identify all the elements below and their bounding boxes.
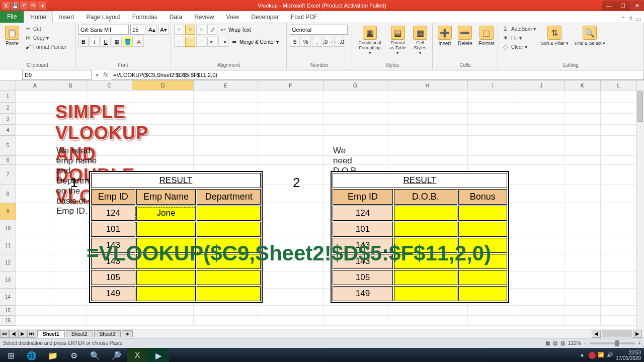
worksheet[interactable]: A B C D E F G H I J K L 1234567891011121… [0, 80, 644, 329]
row-header[interactable]: 1 [0, 90, 16, 103]
orientation-button[interactable]: ⤢ [207, 25, 217, 35]
font-color-button[interactable]: A [134, 37, 144, 47]
increase-font-button[interactable]: A▴ [147, 25, 157, 35]
zoom-slider[interactable] [590, 342, 635, 344]
cell-e14[interactable] [197, 286, 261, 301]
row-header[interactable]: 4 [0, 125, 16, 136]
vertical-scrollbar[interactable] [636, 90, 644, 329]
help-icon[interactable]: ? [629, 16, 632, 23]
qat-more-icon[interactable]: ▾ [38, 2, 46, 10]
window-controls-icon[interactable]: ▭ [635, 16, 641, 23]
cell-e9[interactable] [197, 206, 261, 221]
row-header[interactable]: 15 [0, 306, 16, 316]
sheet-nav-first[interactable]: ⏮ [0, 330, 9, 338]
taskbar-app-6[interactable]: ▶ [148, 348, 169, 362]
cell-i10[interactable] [458, 222, 507, 237]
paste-button[interactable]: 📋Paste [3, 25, 21, 47]
redo-icon[interactable]: ↷ [29, 2, 37, 10]
cell-i13[interactable] [458, 270, 507, 285]
border-button[interactable]: ▦ [112, 37, 122, 47]
close-button[interactable]: ✕ [630, 1, 644, 11]
cell-i9[interactable] [458, 206, 507, 221]
tray-network-icon[interactable]: 📶 [598, 352, 605, 359]
cell-g10[interactable]: 101 [333, 222, 393, 237]
cell-d10[interactable] [136, 222, 196, 237]
sheet-tab-2[interactable]: Sheet2 [66, 330, 93, 337]
cut-button[interactable]: ✂Cut [23, 25, 67, 33]
clear-button[interactable]: ◌Clear ▾ [501, 43, 537, 51]
col-header[interactable]: F [258, 80, 324, 90]
row-header[interactable]: 6 [0, 156, 16, 165]
autosum-button[interactable]: ΣAutoSum ▾ [501, 25, 537, 33]
cell-g13[interactable]: 105 [333, 270, 393, 285]
cell-c14[interactable]: 149 [91, 286, 135, 301]
tab-data[interactable]: Data [164, 12, 188, 23]
undo-icon[interactable]: ↶ [20, 2, 28, 10]
row-header[interactable]: 12 [0, 254, 16, 272]
cell-d9[interactable]: Jone [136, 206, 196, 221]
cell-g14[interactable]: 149 [333, 286, 393, 301]
col-header[interactable]: G [324, 80, 387, 90]
minimize-button[interactable]: — [602, 1, 616, 11]
tab-review[interactable]: Review [188, 12, 220, 23]
find-select-button[interactable]: 🔍Find & Select ▾ [573, 25, 607, 47]
cell-e13[interactable] [197, 270, 261, 285]
row-header[interactable]: 5 [0, 136, 16, 156]
taskbar-app-3[interactable]: ⚙ [63, 348, 85, 362]
align-bottom-button[interactable]: ≡ [196, 25, 206, 35]
format-as-table-button[interactable]: ▤Format as Table ▾ [386, 25, 409, 57]
hscroll-right[interactable]: ▶ [633, 330, 642, 338]
align-middle-button[interactable]: ≡ [185, 25, 195, 35]
taskbar-app-1[interactable]: 🌐 [21, 348, 42, 362]
font-size-combo[interactable]: 15 [130, 25, 145, 35]
view-layout-icon[interactable]: ▤ [553, 340, 557, 346]
clock-time[interactable]: 23:53 [616, 350, 641, 355]
save-icon[interactable]: 💾 [11, 2, 19, 10]
col-header[interactable]: C [87, 80, 132, 90]
tray-icon[interactable]: ▲ [580, 352, 587, 359]
scrollbar-thumb[interactable] [637, 92, 643, 122]
tab-developer[interactable]: Developer [245, 12, 285, 23]
cell-h10[interactable] [394, 222, 457, 237]
name-box[interactable]: D9 [22, 70, 92, 80]
view-pagebreak-icon[interactable]: ▥ [560, 340, 565, 346]
insert-cells-button[interactable]: ➕Insert [436, 25, 454, 47]
tab-home[interactable]: Home [24, 11, 53, 23]
zoom-out-button[interactable]: − [584, 340, 587, 346]
underline-button[interactable]: U [101, 37, 111, 47]
percent-button[interactable]: % [301, 37, 311, 47]
clock-date[interactable]: 17/05/2020 [616, 355, 641, 361]
sheet-tab-1[interactable]: Sheet1 [37, 330, 65, 337]
sheet-nav-next[interactable]: ▶ [18, 330, 27, 338]
cell-c13[interactable]: 105 [91, 270, 135, 285]
comma-button[interactable]: , [312, 37, 322, 47]
cell-d13[interactable] [136, 270, 196, 285]
decrease-font-button[interactable]: A▾ [158, 25, 169, 35]
format-painter-button[interactable]: 🖌Format Painter [23, 43, 67, 51]
col-header[interactable]: L [601, 80, 637, 90]
cell-h13[interactable] [394, 270, 457, 285]
cell-i14[interactable] [458, 286, 507, 301]
cell-e10[interactable] [197, 222, 261, 237]
increase-indent-button[interactable]: ⇥ [218, 37, 228, 47]
col-header[interactable]: B [54, 80, 87, 90]
view-normal-icon[interactable]: ▦ [545, 340, 550, 346]
fill-button[interactable]: ▼Fill ▾ [501, 34, 537, 42]
row-header[interactable]: 11 [0, 237, 16, 254]
col-header[interactable]: D [132, 80, 194, 90]
cell-c10[interactable]: 101 [91, 222, 135, 237]
formula-bar[interactable]: =VLOOKUP($C9,Sheet2!$D$5:$F$11,2,0) [111, 70, 644, 80]
sheet-nav-prev[interactable]: ◀ [9, 330, 18, 338]
cell-d14[interactable] [136, 286, 196, 301]
cell-c9[interactable]: 124 [91, 206, 135, 221]
col-header[interactable]: I [468, 80, 518, 90]
decrease-indent-button[interactable]: ⇤ [207, 37, 217, 47]
tab-foxit[interactable]: Foxit PDF [285, 12, 324, 23]
tab-file[interactable]: File [0, 11, 24, 23]
start-button[interactable]: ⊞ [0, 348, 21, 362]
col-header[interactable]: J [518, 80, 565, 90]
taskbar-app-5[interactable]: 🔎 [106, 348, 127, 362]
format-cells-button[interactable]: ⬚Format [476, 25, 497, 47]
merge-center-button[interactable]: ⬌Merge & Center ▾ [229, 37, 280, 47]
cell-h9[interactable] [394, 206, 457, 221]
